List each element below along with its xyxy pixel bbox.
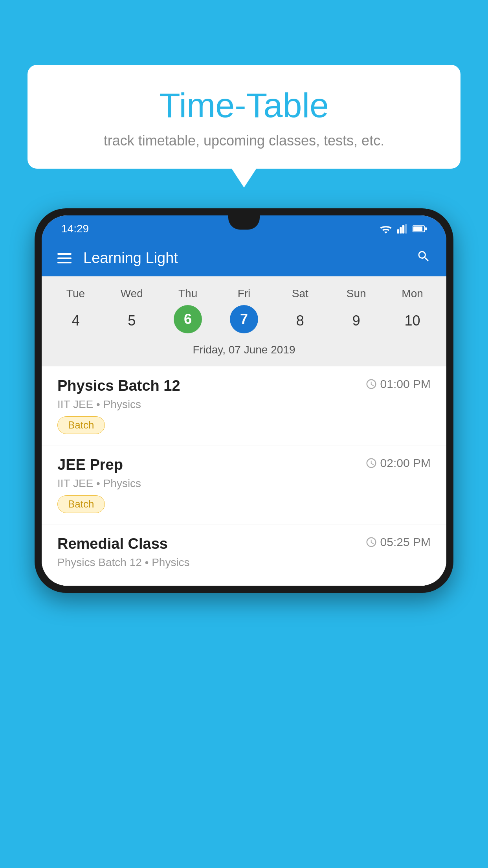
schedule-item-1-header: Physics Batch 12 01:00 PM — [57, 377, 431, 394]
schedule-name-1: Physics Batch 12 — [57, 377, 180, 394]
schedule-item-2[interactable]: JEE Prep 02:00 PM IIT JEE • Physics Batc… — [42, 445, 446, 524]
phone-mockup: 14:29 — [35, 208, 453, 593]
schedule-time-2: 02:00 PM — [365, 456, 431, 470]
schedule-list: Physics Batch 12 01:00 PM IIT JEE • Phys… — [42, 366, 446, 586]
date-8[interactable]: 8 — [272, 305, 328, 337]
status-time: 14:29 — [61, 223, 89, 235]
schedule-name-2: JEE Prep — [57, 456, 123, 473]
speech-bubble: Time-Table track timetable, upcoming cla… — [28, 65, 460, 169]
app-title: Learning Light — [83, 250, 405, 267]
signal-icon — [397, 224, 408, 234]
schedule-name-3: Remedial Class — [57, 535, 168, 552]
date-7-selected[interactable]: 7 — [230, 305, 258, 333]
clock-icon-3 — [365, 536, 377, 548]
date-4[interactable]: 4 — [48, 305, 104, 337]
clock-icon-1 — [365, 378, 377, 390]
calendar-dates: 4 5 6 7 8 9 10 — [46, 303, 442, 340]
schedule-time-1: 01:00 PM — [365, 377, 431, 391]
schedule-item-2-header: JEE Prep 02:00 PM — [57, 456, 431, 473]
date-5[interactable]: 5 — [104, 305, 160, 337]
svg-rect-5 — [413, 226, 422, 231]
date-6-today[interactable]: 6 — [174, 305, 202, 333]
phone-screen: 14:29 — [42, 215, 446, 586]
day-sun: Sun — [328, 284, 384, 303]
hamburger-line — [57, 257, 72, 259]
calendar-section: Tue Wed Thu Fri Sat Sun Mon 4 5 6 7 8 9 … — [42, 276, 446, 366]
day-fri: Fri — [216, 284, 272, 303]
schedule-time-text-2: 02:00 PM — [380, 456, 431, 470]
schedule-sub-3: Physics Batch 12 • Physics — [57, 556, 431, 569]
svg-rect-1 — [400, 227, 402, 234]
hamburger-line — [57, 262, 72, 263]
bubble-title: Time-Table — [51, 86, 437, 125]
date-9[interactable]: 9 — [328, 305, 384, 337]
svg-rect-3 — [405, 224, 407, 234]
schedule-sub-1: IIT JEE • Physics — [57, 398, 431, 411]
hamburger-menu-icon[interactable] — [57, 253, 72, 263]
batch-badge-1: Batch — [57, 416, 105, 434]
status-icons — [380, 224, 427, 234]
day-tue: Tue — [48, 284, 104, 303]
hamburger-line — [57, 253, 72, 255]
search-icon[interactable] — [416, 249, 431, 267]
svg-rect-6 — [425, 227, 427, 230]
batch-badge-2: Batch — [57, 495, 105, 513]
schedule-time-text-3: 05:25 PM — [380, 535, 431, 549]
schedule-time-3: 05:25 PM — [365, 535, 431, 549]
svg-rect-2 — [402, 225, 404, 234]
wifi-icon — [380, 224, 392, 234]
schedule-time-text-1: 01:00 PM — [380, 377, 431, 391]
day-sat: Sat — [272, 284, 328, 303]
schedule-sub-2: IIT JEE • Physics — [57, 477, 431, 490]
svg-rect-0 — [397, 229, 399, 234]
clock-icon-2 — [365, 457, 377, 469]
battery-icon — [413, 224, 427, 233]
day-mon: Mon — [384, 284, 440, 303]
day-wed: Wed — [104, 284, 160, 303]
calendar-days-header: Tue Wed Thu Fri Sat Sun Mon — [46, 284, 442, 303]
app-bar: Learning Light — [42, 240, 446, 276]
selected-date-label: Friday, 07 June 2019 — [46, 340, 442, 362]
date-10[interactable]: 10 — [384, 305, 440, 337]
day-thu: Thu — [160, 284, 216, 303]
bubble-subtitle: track timetable, upcoming classes, tests… — [51, 132, 437, 149]
phone-container: 14:29 — [35, 208, 453, 593]
schedule-item-3-header: Remedial Class 05:25 PM — [57, 535, 431, 552]
speech-bubble-container: Time-Table track timetable, upcoming cla… — [28, 65, 460, 169]
schedule-item-3[interactable]: Remedial Class 05:25 PM Physics Batch 12… — [42, 524, 446, 586]
schedule-item-1[interactable]: Physics Batch 12 01:00 PM IIT JEE • Phys… — [42, 366, 446, 445]
